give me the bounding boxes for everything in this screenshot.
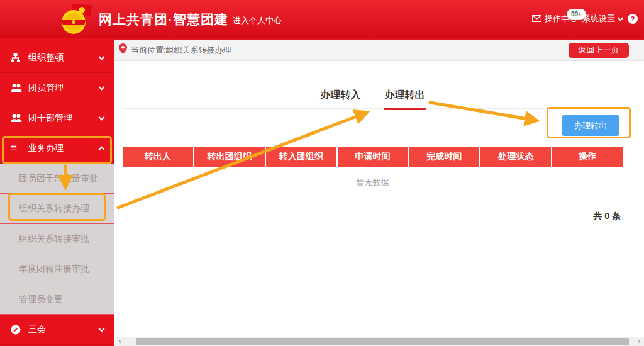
scrollbar-thumb[interactable]: [136, 338, 629, 345]
transfer-out-button[interactable]: 办理转出: [562, 115, 619, 136]
league-emblem-logo: [57, 3, 94, 36]
sidebar-subitem-relation-transfer-handle[interactable]: 组织关系转接办理: [0, 194, 114, 224]
chevron-down-icon: [99, 53, 105, 60]
notification-badge: 99+: [567, 9, 586, 20]
column-header: 完成时间: [409, 147, 480, 167]
edit-circle-icon: [11, 325, 23, 335]
chevron-up-icon: [99, 147, 105, 153]
sidebar-item-business-handling[interactable]: ≡ 业务办理: [0, 133, 114, 164]
chevron-down-icon: [99, 325, 105, 332]
table-header-row: 转出人 转出团组织 转入团组织 申请时间 完成时间 处理状态 操作: [123, 147, 623, 167]
breadcrumb-bar: 当前位置:组织关系转接办理 返回上一页: [114, 40, 644, 61]
column-header: 转出人: [123, 147, 194, 167]
top-header: 网上共青团·智慧团建 进入个人中心 操作中心 系统设置 ? 99+: [0, 0, 644, 38]
tab-transfer-in[interactable]: 办理转入: [319, 85, 362, 108]
sidebar-item-label: 业务办理: [28, 143, 64, 154]
chevron-down-icon: [99, 84, 105, 90]
sidebar-subitem-admin-change[interactable]: 管理员变更: [0, 284, 114, 315]
back-button[interactable]: 返回上一页: [569, 43, 629, 58]
sidebar-subitem-annual-register-approval[interactable]: 年度团籍注册审批: [0, 254, 114, 284]
horizontal-scrollbar[interactable]: ‹ ›: [115, 337, 644, 346]
column-header: 申请时间: [338, 147, 409, 167]
location-pin-icon: [119, 43, 127, 57]
column-header: 处理状态: [480, 147, 552, 167]
menu-icon: ≡: [11, 144, 23, 153]
empty-state: 暂无数据: [123, 167, 623, 198]
app: 网上共青团·智慧团建 进入个人中心 操作中心 系统设置 ? 99+ 组织整顿: [0, 0, 644, 346]
sidebar-item-three-meetings[interactable]: 三会: [0, 315, 114, 345]
sidebar-subitem-register-approval[interactable]: 团员团干部注册审批: [0, 164, 114, 194]
system-settings-label: 系统设置: [582, 13, 615, 25]
total-count: 共 0 条: [593, 211, 621, 222]
breadcrumb: 当前位置:组织关系转接办理: [131, 45, 231, 56]
help-icon[interactable]: ?: [628, 14, 638, 24]
mail-icon: [532, 14, 541, 24]
personal-center-link[interactable]: 进入个人中心: [233, 15, 282, 26]
transfer-panel: 办理转入 办理转出 办理转出 转出人 转出团组织 转入团组织 申请时间 完成时间…: [123, 65, 623, 254]
sidebar-item-label: 团员管理: [28, 82, 64, 94]
chevron-down-icon: [618, 15, 624, 21]
app-title: 网上共青团·智慧团建: [99, 11, 228, 28]
tab-transfer-out[interactable]: 办理转出: [384, 85, 426, 108]
sidebar-item-label: 三会: [28, 324, 46, 335]
column-header: 转出团组织: [194, 147, 266, 167]
sidebar-item-member-management[interactable]: 团员管理: [0, 73, 114, 103]
header-actions: 操作中心 系统设置 ?: [532, 0, 638, 38]
sidebar-item-label: 组织整顿: [28, 52, 64, 64]
sidebar-item-org-rectification[interactable]: 组织整顿: [0, 43, 114, 73]
sidebar-item-cadre-management[interactable]: 团干部管理: [0, 103, 114, 133]
sidebar: 组织整顿 团员管理 团干部管理 ≡ 业务办理 团员团干部注册审批 组织关系转接办…: [0, 38, 114, 346]
scroll-left-arrow[interactable]: ‹: [115, 337, 125, 346]
business-submenu: 团员团干部注册审批 组织关系转接办理 组织关系转接审批 年度团籍注册审批 管理员…: [0, 164, 114, 315]
sitemap-icon: [11, 53, 23, 62]
users-icon: [11, 114, 23, 122]
column-header: 操作: [552, 147, 623, 167]
tab-bar: 办理转入 办理转出: [123, 85, 623, 109]
chevron-down-icon: [99, 114, 105, 120]
system-settings-link[interactable]: 系统设置: [582, 13, 623, 25]
column-header: 转入团组织: [266, 147, 338, 167]
main-content: 当前位置:组织关系转接办理 返回上一页 办理转入 办理转出 办理转出 转出人 转…: [114, 38, 644, 346]
sidebar-subitem-relation-transfer-approval[interactable]: 组织关系转接审批: [0, 224, 114, 254]
scroll-right-arrow[interactable]: ›: [634, 337, 644, 346]
users-icon: [11, 84, 23, 92]
sidebar-item-label: 团干部管理: [28, 113, 72, 124]
